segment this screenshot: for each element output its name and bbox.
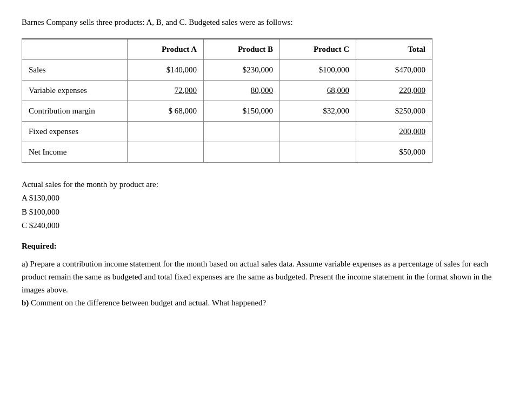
row-cell: [280, 142, 356, 162]
question-a: a) Prepare a contribution income stateme…: [22, 257, 504, 296]
row-cell: $ 68,000: [128, 101, 204, 121]
row-cell: 200,000: [356, 121, 432, 142]
budget-table: Product A Product B Product C Total Sale…: [22, 38, 432, 163]
row-label: Fixed expenses: [22, 121, 128, 142]
question-b-text: Comment on the difference between budget…: [29, 298, 266, 307]
table-row: Fixed expenses200,000: [22, 121, 432, 142]
row-cell: 68,000: [280, 80, 356, 101]
row-label: Contribution margin: [22, 101, 128, 121]
actual-item-a: A $130,000: [22, 191, 504, 205]
row-cell: $32,000: [280, 101, 356, 121]
row-cell: [204, 121, 280, 142]
row-label: Net Income: [22, 142, 128, 162]
row-cell: $50,000: [356, 142, 432, 162]
question-section: a) Prepare a contribution income stateme…: [22, 257, 504, 309]
header-total: Total: [356, 39, 432, 60]
table-row: Sales$140,000$230,000$100,000$470,000: [22, 59, 432, 80]
header-product-c: Product C: [280, 39, 356, 60]
intro-text: Barnes Company sells three products: A, …: [22, 16, 504, 29]
row-cell: $250,000: [356, 101, 432, 121]
required-section: Required:: [22, 242, 504, 251]
table-row: Variable expenses72,00080,00068,000220,0…: [22, 80, 432, 101]
header-label: [22, 39, 128, 60]
row-cell: $140,000: [128, 59, 204, 80]
row-cell: $230,000: [204, 59, 280, 80]
actual-heading: Actual sales for the month by product ar…: [22, 178, 504, 192]
row-label: Variable expenses: [22, 80, 128, 101]
table-row: Contribution margin$ 68,000$150,000$32,0…: [22, 101, 432, 121]
row-cell: 80,000: [204, 80, 280, 101]
question-b: b) Comment on the difference between bud…: [22, 296, 504, 309]
row-cell: 220,000: [356, 80, 432, 101]
row-cell: [128, 121, 204, 142]
row-cell: $470,000: [356, 59, 432, 80]
row-cell: [204, 142, 280, 162]
question-b-prefix: b): [22, 298, 29, 307]
row-label: Sales: [22, 59, 128, 80]
table-row: Net Income$50,000: [22, 142, 432, 162]
actual-item-b: B $100,000: [22, 205, 504, 219]
header-product-b: Product B: [204, 39, 280, 60]
row-cell: $100,000: [280, 59, 356, 80]
row-cell: 72,000: [128, 80, 204, 101]
row-cell: $150,000: [204, 101, 280, 121]
actual-section: Actual sales for the month by product ar…: [22, 178, 504, 233]
actual-item-c: C $240,000: [22, 219, 504, 233]
header-product-a: Product A: [128, 39, 204, 60]
required-label: Required:: [22, 242, 57, 250]
row-cell: [128, 142, 204, 162]
row-cell: [280, 121, 356, 142]
